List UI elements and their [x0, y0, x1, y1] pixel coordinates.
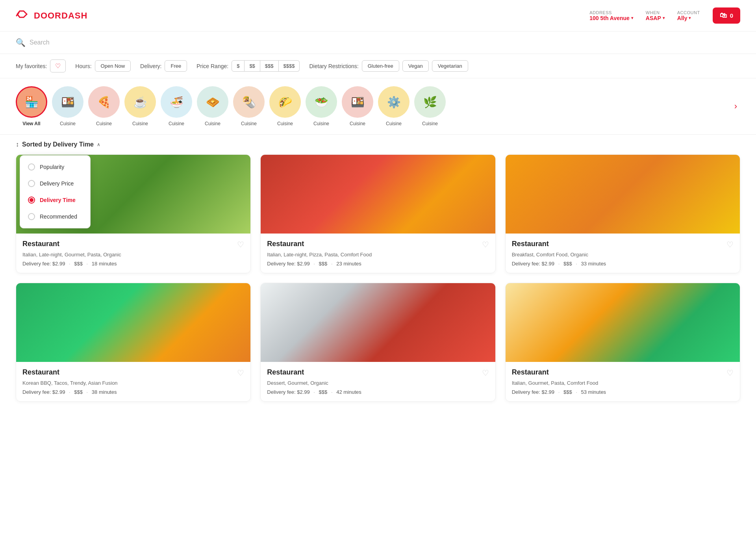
cuisine-name-9: Cuisine	[350, 121, 365, 126]
time-3: 38 minutes	[92, 389, 117, 395]
cuisine-name-11: Cuisine	[422, 121, 438, 126]
cuisine-item-6[interactable]: 🌯Cuisine	[233, 86, 265, 126]
cuisine-item-3[interactable]: ☕Cuisine	[124, 86, 156, 126]
sort-row: ↕ Sorted by Delivery Time ∧ PopularityDe…	[0, 135, 756, 154]
cart-button[interactable]: 🛍 0	[713, 7, 740, 24]
vegan-button[interactable]: Vegan	[402, 60, 429, 72]
cuisine-item-11[interactable]: 🌿Cuisine	[414, 86, 446, 126]
logo[interactable]: DOORDASH	[16, 9, 87, 22]
cuisine-item-7[interactable]: 🌮Cuisine	[269, 86, 301, 126]
cuisine-name-3: Cuisine	[132, 121, 148, 126]
dot-1-3: ·	[69, 389, 70, 395]
sort-option-label-1: Delivery Price	[40, 180, 74, 187]
cuisine-name-6: Cuisine	[241, 121, 257, 126]
cuisine-item-8[interactable]: 🥗Cuisine	[306, 86, 337, 126]
restaurant-cuisine-0: Italian, Late-night, Gourmet, Pasta, Org…	[22, 252, 244, 258]
address-selector[interactable]: ADDRESS 100 5th Avenue ▾	[589, 10, 633, 21]
restaurant-cuisine-4: Dessert, Gourmet, Organic	[267, 380, 489, 386]
vegetarian-button[interactable]: Vegetarian	[432, 60, 468, 72]
when-selector[interactable]: WHEN ASAP ▾	[646, 10, 665, 21]
delivery-fee-2: Delivery fee: $2.99	[512, 261, 554, 267]
restaurant-card-5[interactable]: Restaurant♡Italian, Gourmet, Pasta, Comf…	[505, 283, 740, 402]
sort-option-label-2: Delivery Time	[40, 197, 76, 203]
restaurant-image-2	[506, 155, 740, 234]
favorites-filter: My favorites: ♡	[16, 59, 66, 72]
cuisine-name-1: Cuisine	[60, 121, 76, 126]
address-value: 100 5th Avenue ▾	[589, 15, 633, 21]
sort-icon: ↕	[16, 141, 19, 148]
dot-2-3: ·	[87, 389, 88, 395]
sort-radio-2	[28, 197, 35, 204]
open-now-button[interactable]: Open Now	[95, 60, 131, 72]
gluten-free-button[interactable]: Gluten-free	[362, 60, 399, 72]
restaurant-favorite-5[interactable]: ♡	[726, 368, 734, 378]
restaurant-favorite-1[interactable]: ♡	[482, 240, 489, 249]
restaurant-meta-2: Delivery fee: $2.99 · $$$ · 33 minutes	[512, 261, 734, 267]
restaurant-name-2: Restaurant	[512, 240, 549, 248]
restaurant-cuisine-5: Italian, Gourmet, Pasta, Comfort Food	[512, 380, 734, 386]
price-3-button[interactable]: $$$	[260, 60, 279, 72]
sort-option-1[interactable]: Delivery Price	[20, 175, 90, 192]
restaurant-card-3[interactable]: Restaurant♡Korean BBQ, Tacos, Trendy, As…	[16, 283, 251, 402]
price-range-1: $$$	[319, 261, 328, 267]
sort-radio-1	[28, 180, 35, 187]
sort-option-0[interactable]: Popularity	[20, 159, 90, 175]
restaurant-favorite-3[interactable]: ♡	[237, 368, 244, 378]
cuisine-item-5[interactable]: 🧇Cuisine	[197, 86, 228, 126]
free-delivery-button[interactable]: Free	[165, 60, 187, 72]
cuisine-row: 🏪View All🍱Cuisine🍕Cuisine☕Cuisine🍜Cuisin…	[0, 78, 756, 135]
price-range-2: $$$	[563, 261, 572, 267]
price-4-button[interactable]: $$$$	[279, 60, 300, 72]
dietary-label: Dietary Restrictions:	[309, 63, 358, 69]
search-placeholder[interactable]: Search	[30, 39, 50, 46]
cuisine-item-10[interactable]: ⚙️Cuisine	[378, 86, 410, 126]
restaurant-card-1[interactable]: Restaurant♡Italian, Late-night, Pizza, P…	[260, 154, 495, 273]
dot-1-1: ·	[313, 261, 315, 267]
restaurant-favorite-4[interactable]: ♡	[482, 368, 489, 378]
restaurant-favorite-2[interactable]: ♡	[726, 240, 734, 249]
logo-text: DOORDASH	[34, 11, 87, 21]
cuisine-name-7: Cuisine	[277, 121, 293, 126]
address-chevron-icon: ▾	[631, 16, 633, 20]
price-1-button[interactable]: $	[232, 60, 245, 72]
cuisine-name-5: Cuisine	[205, 121, 220, 126]
restaurant-grid: Restaurant♡Italian, Late-night, Gourmet,…	[0, 154, 756, 417]
dot-1-4: ·	[313, 389, 315, 395]
sort-radio-3	[28, 213, 35, 220]
account-selector[interactable]: ACCOUNT Ally ▾	[677, 10, 700, 21]
restaurant-cuisine-3: Korean BBQ, Tacos, Trendy, Asian Fusion	[22, 380, 244, 386]
restaurant-favorite-0[interactable]: ♡	[237, 240, 244, 249]
delivery-fee-1: Delivery fee: $2.99	[267, 261, 309, 267]
sort-option-2[interactable]: Delivery Time	[20, 192, 90, 208]
restaurant-cuisine-2: Breakfast, Comfort Food, Organic	[512, 252, 734, 258]
delivery-fee-5: Delivery fee: $2.99	[512, 389, 554, 395]
favorites-button[interactable]: ♡	[50, 59, 66, 72]
cuisine-item-2[interactable]: 🍕Cuisine	[88, 86, 120, 126]
sort-option-3[interactable]: Recommended	[20, 208, 90, 225]
cuisine-item-1[interactable]: 🍱Cuisine	[52, 86, 83, 126]
header: DOORDASH ADDRESS 100 5th Avenue ▾ WHEN A…	[0, 0, 756, 32]
cuisine-next-button[interactable]: ›	[731, 101, 740, 111]
sort-label[interactable]: Sorted by Delivery Time	[22, 141, 94, 148]
restaurant-cuisine-1: Italian, Late-night, Pizza, Pasta, Comfo…	[267, 252, 489, 258]
cuisine-item-4[interactable]: 🍜Cuisine	[161, 86, 192, 126]
cuisine-item-0[interactable]: 🏪View All	[16, 86, 47, 126]
time-5: 53 minutes	[581, 389, 606, 395]
dot-1-2: ·	[558, 261, 560, 267]
search-icon: 🔍	[16, 38, 26, 47]
cuisine-item-9[interactable]: 🍱Cuisine	[342, 86, 373, 126]
restaurant-card-2[interactable]: Restaurant♡Breakfast, Comfort Food, Orga…	[505, 154, 740, 273]
restaurant-meta-4: Delivery fee: $2.99 · $$$ · 42 minutes	[267, 389, 489, 395]
search-input-wrap[interactable]: 🔍 Search	[16, 38, 740, 47]
price-2-button[interactable]: $$	[245, 60, 260, 72]
cuisine-name-0: View All	[22, 121, 40, 126]
price-range-0: $$$	[74, 261, 83, 267]
sort-option-label-0: Popularity	[40, 164, 64, 170]
restaurant-image-5	[506, 283, 740, 362]
time-1: 23 minutes	[336, 261, 361, 267]
when-chevron-icon: ▾	[663, 16, 665, 20]
restaurant-card-4[interactable]: Restaurant♡Dessert, Gourmet, OrganicDeli…	[260, 283, 495, 402]
restaurant-meta-5: Delivery fee: $2.99 · $$$ · 53 minutes	[512, 389, 734, 395]
dot-2-2: ·	[576, 261, 577, 267]
restaurant-meta-1: Delivery fee: $2.99 · $$$ · 23 minutes	[267, 261, 489, 267]
